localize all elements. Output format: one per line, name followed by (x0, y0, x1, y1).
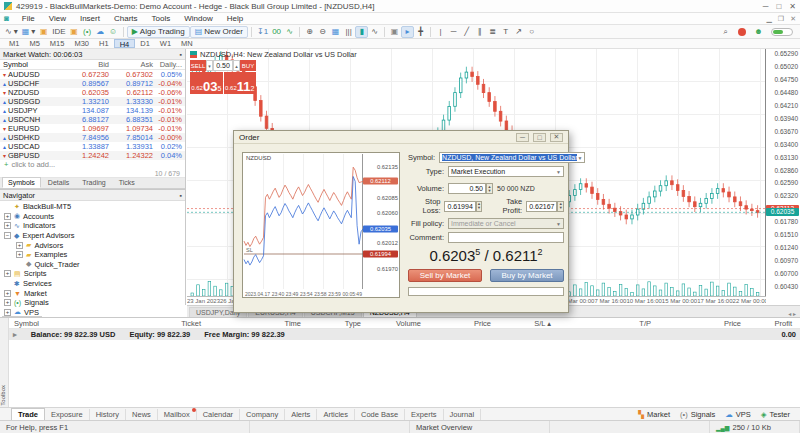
column-header-profit[interactable]: Profit (749, 319, 800, 328)
one-click-buy-button[interactable]: BUY (240, 60, 256, 71)
timeframe-m15[interactable]: M15 (45, 39, 70, 48)
market-watch-row[interactable]: ▾EURUSD1.096971.09734-0.01% (0, 124, 185, 133)
toolbox-tab-experts[interactable]: Experts (405, 409, 443, 420)
nav-accounts[interactable]: +◉Accounts (0, 212, 185, 222)
toolbox-tab-news[interactable]: News (126, 409, 158, 420)
toolbox-tab-history[interactable]: History (90, 409, 126, 420)
market-watch-close-icon[interactable]: ▪ (180, 51, 182, 58)
nav-advisors-folder[interactable]: +▰Advisors (0, 240, 185, 250)
column-header-sl[interactable]: S/L ▴ (499, 319, 559, 328)
price-axis[interactable]: 0.652900.650200.647500.644800.642100.639… (766, 49, 800, 296)
nav-account-server[interactable]: ✦BlackBull-MT5 (0, 202, 185, 212)
order-type-select[interactable]: Market Execution ▼ (448, 166, 564, 177)
comment-input[interactable] (448, 232, 564, 243)
timeframe-w1[interactable]: W1 (155, 39, 176, 48)
toolbox-tab-exposure[interactable]: Exposure (45, 409, 90, 420)
stop-loss-input[interactable]: 0.61994 (444, 201, 475, 212)
timeframe-m30[interactable]: M30 (69, 39, 94, 48)
expand-toggle-icon[interactable]: + (16, 242, 23, 249)
shapes-icon[interactable]: ○ (525, 26, 538, 38)
chart-profiles-button[interactable]: ▦▾ (20, 26, 38, 38)
tick-chart-icon[interactable]: ∿ (283, 26, 296, 38)
child-minimize-button[interactable]: ▁ (766, 15, 771, 23)
market-watch-row[interactable]: ▴USDHKD7.849567.85014-0.00% (0, 133, 185, 142)
column-header-ticket[interactable]: Ticket (129, 319, 209, 328)
toolbox-tab-code-base[interactable]: Code Base (355, 409, 405, 420)
one-click-buy-price[interactable]: 0.62112 (224, 72, 257, 94)
timeframe-m1[interactable]: M1 (4, 39, 24, 48)
expand-toggle-icon[interactable]: + (4, 270, 11, 277)
column-header-time[interactable]: Time (209, 319, 309, 328)
toolbox-tab-journal[interactable]: Journal (444, 409, 482, 420)
candles-icon[interactable]: ▮ (355, 26, 368, 38)
minimize-button[interactable]: ─ (763, 2, 769, 11)
market-watch-row[interactable]: ▴USDCNH6.881276.88351-0.01% (0, 115, 185, 124)
grid-icon[interactable]: ▦ (329, 26, 342, 38)
community-icon[interactable]: ☺ (107, 26, 120, 38)
market-watch-add-symbol[interactable]: + click to add... (0, 160, 185, 169)
column-header-price[interactable]: Price (429, 319, 499, 328)
sell-by-market-button[interactable]: Sell by Market (408, 269, 482, 282)
expand-toggle-icon[interactable]: + (4, 222, 11, 229)
dialog-minimize-button[interactable]: ─ (516, 133, 529, 142)
nav-market[interactable]: +▼Market (0, 288, 185, 298)
expand-toggle-icon[interactable]: + (4, 299, 11, 306)
fibonacci-icon[interactable]: ≣ (486, 26, 499, 38)
market-watch-row[interactable]: ▴USDCHF0.895670.89712-0.04% (0, 79, 185, 88)
close-button[interactable]: ✕ (789, 2, 796, 11)
user-icon[interactable]: ☻ (752, 26, 765, 38)
expand-toggle-icon[interactable]: + (4, 309, 11, 316)
chart-tab-scroll-icons[interactable]: ◂ ▸ (788, 310, 798, 317)
order-dialog-title-bar[interactable]: Order ─ □ ✕ (234, 131, 568, 144)
dialog-maximize-button[interactable]: □ (533, 133, 546, 142)
navigator-close-icon[interactable]: ▪ (180, 192, 182, 199)
algo-trading-button[interactable]: ▶Algo Trading (127, 26, 190, 38)
camera-icon[interactable]: ▣ (388, 26, 401, 38)
zoom-in-icon[interactable]: ⊕ (303, 26, 316, 38)
nav-indicators[interactable]: +∿Indicators (0, 221, 185, 231)
tab-trading[interactable]: Trading (76, 177, 111, 188)
menu-window[interactable]: Window (177, 14, 219, 23)
new-order-button[interactable]: ▤New Order (190, 26, 248, 38)
cursor-icon[interactable]: ▸ (401, 26, 414, 38)
volume-input[interactable]: 0.50 (448, 183, 486, 194)
signals-panel-button[interactable]: (•)Signals (680, 410, 715, 419)
market-watch-row[interactable]: ▾NZDUSD0.620350.62112-0.06% (0, 88, 185, 97)
timeframe-mn[interactable]: MN (176, 39, 198, 48)
toolbox-tab-company[interactable]: Company (240, 409, 285, 420)
market-watch-row[interactable]: ▴USDCAD1.338871.339310.02% (0, 142, 185, 151)
volume-up-icon[interactable]: ▴ (233, 60, 240, 71)
channel-icon[interactable]: ∥ (473, 26, 486, 38)
expand-toggle-icon[interactable]: + (4, 213, 11, 220)
timeframe-m5[interactable]: M5 (24, 39, 44, 48)
status-profile-text[interactable]: Market Overview (410, 421, 550, 433)
volume-stepper[interactable]: ▲▼ (486, 183, 493, 194)
quotes-icon[interactable]: 00 (270, 26, 283, 38)
maximize-button[interactable]: □ (776, 2, 781, 11)
toolbox-tab-trade[interactable]: Trade (11, 408, 45, 421)
buy-by-market-button[interactable]: Buy by Market (490, 269, 564, 282)
new-chart-button[interactable]: ∿▾ (3, 26, 20, 38)
one-click-sell-price[interactable]: 0.62035 (190, 72, 223, 94)
child-close-button[interactable]: ✕ (790, 15, 796, 23)
market-depth-icon[interactable]: ↧1 (255, 26, 270, 38)
zoom-out-icon[interactable]: ⊖ (316, 26, 329, 38)
vertical-line-icon[interactable]: | (434, 26, 447, 38)
nav-expert-advisors[interactable]: −◆Expert Advisors (0, 231, 185, 241)
column-header-type[interactable]: Type (309, 319, 369, 328)
tester-panel-button[interactable]: ◈Tester (761, 410, 790, 419)
symbol-select[interactable]: NZDUSD, New Zealand Dollar vs US Dollar … (439, 152, 585, 163)
metaeditor-button[interactable]: IDE (50, 26, 67, 38)
menu-view[interactable]: View (42, 14, 73, 23)
toolbox-tab-calendar[interactable]: Calendar (197, 409, 240, 420)
metaquotes-icon[interactable]: ▣ (37, 26, 50, 38)
arrows-icon[interactable]: ↗ (512, 26, 525, 38)
notifications-icon[interactable] (738, 28, 746, 36)
market-watch-row[interactable]: ▴USDJPY134.087134.139-0.01% (0, 106, 185, 115)
nav-services[interactable]: ✱Services (0, 279, 185, 289)
volume-down-icon[interactable]: ▾ (206, 60, 213, 71)
timeframe-h4[interactable]: H4 (114, 39, 136, 48)
menu-charts[interactable]: Charts (107, 14, 145, 23)
menu-tools[interactable]: Tools (145, 14, 178, 23)
take-profit-input[interactable]: 0.62167 (526, 201, 557, 212)
